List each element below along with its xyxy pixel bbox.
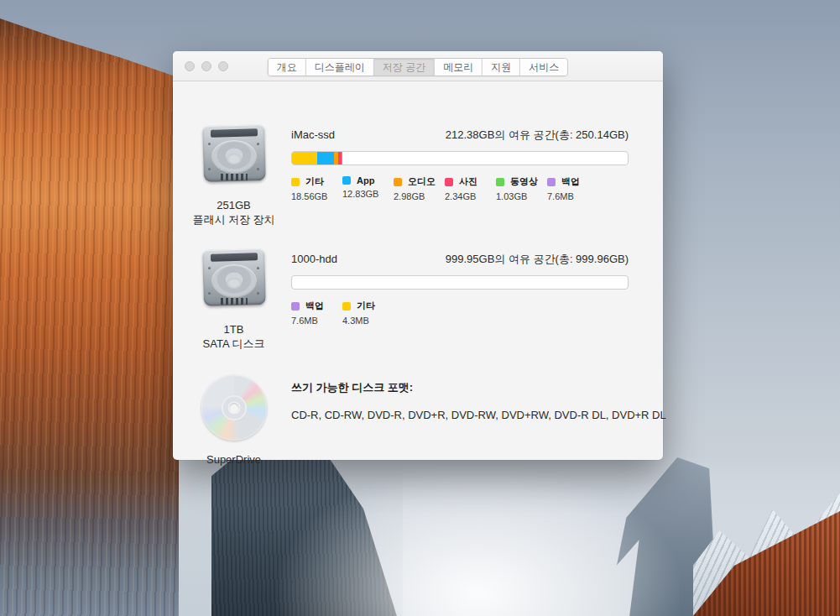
disk-type-label: SATA 디스크 xyxy=(181,337,286,351)
disk-name: iMac-ssd xyxy=(291,128,335,141)
legend-size: 1.03GB xyxy=(496,191,547,201)
close-button[interactable] xyxy=(185,61,195,71)
legend-item: 백업 7.6MB xyxy=(291,300,342,326)
about-this-mac-window: 개요 디스플레이 저장 공간 메모리 지원 서비스 251GB 플래시 저장 장… xyxy=(173,51,663,460)
disk-name: 1000-hdd xyxy=(291,253,337,265)
disk-icon-column-ssd: 251GB 플래시 저장 장치 xyxy=(181,124,286,227)
legend-label: 기타 xyxy=(305,175,324,188)
superdrive-details: 쓰기 가능한 디스크 포맷: CD-R, CD-RW, DVD-R, DVD+R… xyxy=(291,380,629,421)
disk-capacity-label: 1TB xyxy=(181,322,286,337)
disk-details-hdd: 1000-hdd 999.95GB의 여유 공간(총: 999.96GB) 백업… xyxy=(291,252,629,326)
disk-type-label: 플래시 저장 장치 xyxy=(181,212,286,227)
tab-displays[interactable]: 디스플레이 xyxy=(306,59,374,76)
storage-usage-bar xyxy=(291,275,629,290)
legend-label: 백업 xyxy=(305,300,324,312)
disk-free-space: 999.95GB의 여유 공간(총: 999.96GB) xyxy=(446,252,629,267)
superdrive-column: SuperDrive xyxy=(181,375,286,467)
legend-label: 동영상 xyxy=(510,175,538,188)
legend-size: 2.98GB xyxy=(394,191,445,201)
bar-segment-other xyxy=(292,152,317,164)
disk-capacity-label: 251GB xyxy=(181,198,286,212)
hard-drive-icon xyxy=(201,124,268,186)
legend-label: 오디오 xyxy=(408,175,436,188)
legend-swatch xyxy=(291,302,300,311)
hard-drive-icon xyxy=(201,248,268,311)
legend-size: 2.34GB xyxy=(445,191,496,201)
legend-item: 오디오 2.98GB xyxy=(394,175,445,201)
optical-disc-icon xyxy=(201,375,267,441)
legend-swatch xyxy=(342,302,351,311)
window-titlebar[interactable]: 개요 디스플레이 저장 공간 메모리 지원 서비스 xyxy=(173,51,663,81)
superdrive-label: SuperDrive xyxy=(181,452,286,467)
legend-swatch xyxy=(496,178,504,186)
legend-label: App xyxy=(357,175,374,185)
minimize-button[interactable] xyxy=(201,61,211,71)
legend-item: 기타 18.56GB xyxy=(291,175,342,201)
wallpaper-el-capitan-cliff xyxy=(0,0,179,616)
storage-legend: 기타 18.56GB App 12.83GB 오디오 2.98GB 사진 2.3… xyxy=(291,175,629,201)
legend-swatch xyxy=(445,178,453,186)
tab-service[interactable]: 서비스 xyxy=(520,59,567,76)
disk-icon-column-hdd: 1TB SATA 디스크 xyxy=(181,248,286,351)
legend-item: 동영상 1.03GB xyxy=(496,175,547,201)
storage-legend: 백업 7.6MB 기타 4.3MB xyxy=(291,300,629,326)
disk-details-ssd: iMac-ssd 212.38GB의 여유 공간(총: 250.14GB) 기타… xyxy=(291,128,629,201)
legend-size: 4.3MB xyxy=(342,316,394,326)
legend-size: 7.6MB xyxy=(291,316,342,326)
legend-size: 18.56GB xyxy=(291,191,342,201)
disk-free-space: 212.38GB의 여유 공간(총: 250.14GB) xyxy=(446,128,629,143)
writable-formats-list: CD-R, CD-RW, DVD-R, DVD+R, DVD-RW, DVD+R… xyxy=(291,409,629,421)
legend-item: 사진 2.34GB xyxy=(445,175,496,201)
traffic-lights xyxy=(185,61,228,71)
legend-item: App 12.83GB xyxy=(342,175,394,201)
wallpaper-fog xyxy=(277,466,680,616)
tab-storage[interactable]: 저장 공간 xyxy=(374,59,435,76)
legend-label: 기타 xyxy=(357,300,375,312)
storage-usage-bar xyxy=(291,151,629,165)
tab-support[interactable]: 지원 xyxy=(483,59,520,76)
legend-swatch xyxy=(394,178,402,186)
legend-swatch xyxy=(342,176,351,185)
bar-segment-movies xyxy=(342,152,343,164)
writable-formats-title: 쓰기 가능한 디스크 포맷: xyxy=(291,380,629,395)
legend-size: 12.83GB xyxy=(342,189,394,199)
tab-overview[interactable]: 개요 xyxy=(269,59,306,76)
tab-bar: 개요 디스플레이 저장 공간 메모리 지원 서비스 xyxy=(268,58,568,76)
legend-size: 7.6MB xyxy=(547,191,598,201)
legend-label: 사진 xyxy=(459,175,477,188)
legend-item: 기타 4.3MB xyxy=(342,300,394,326)
legend-item: 백업 7.6MB xyxy=(547,175,598,201)
storage-panel: 251GB 플래시 저장 장치 iMac-ssd 212.38GB의 여유 공간… xyxy=(173,81,663,459)
legend-swatch xyxy=(291,178,300,186)
bar-segment-apps xyxy=(317,152,335,164)
legend-label: 백업 xyxy=(561,175,580,188)
zoom-button[interactable] xyxy=(218,61,228,71)
legend-swatch xyxy=(547,178,556,186)
tab-memory[interactable]: 메모리 xyxy=(435,59,483,76)
